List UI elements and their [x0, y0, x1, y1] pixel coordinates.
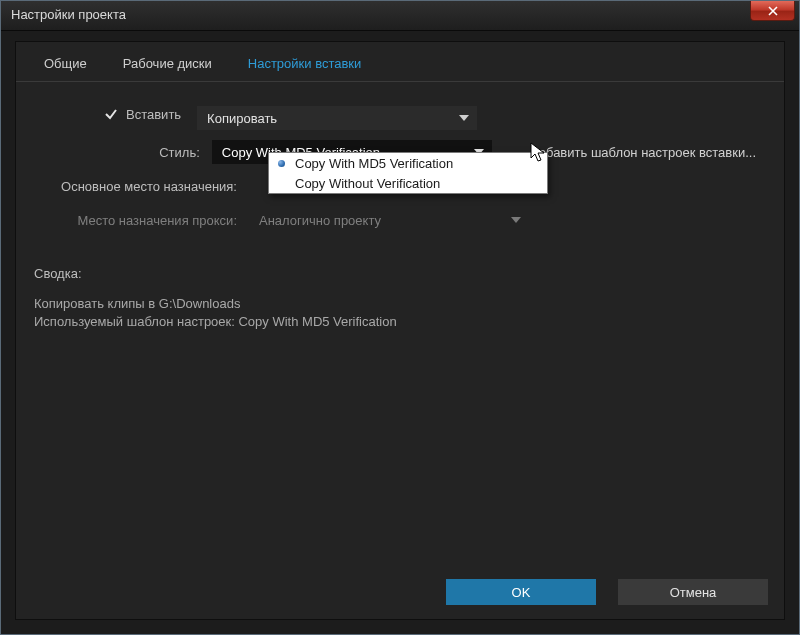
- tab-ingest-settings[interactable]: Настройки вставки: [230, 50, 380, 81]
- ingest-checkbox-label: Вставить: [126, 107, 181, 122]
- chevron-down-icon: [459, 115, 469, 121]
- ingest-mode-dropdown[interactable]: Копировать: [197, 106, 477, 130]
- row-proxy-destination: Место назначения прокси: Аналогично прое…: [44, 208, 756, 232]
- style-dropdown-list: Copy With MD5 Verification Copy Without …: [268, 152, 548, 194]
- tabbar: Общие Рабочие диски Настройки вставки: [16, 42, 784, 82]
- project-settings-dialog: Настройки проекта Общие Рабочие диски На…: [0, 0, 800, 635]
- close-icon: [768, 6, 778, 16]
- window-title: Настройки проекта: [11, 7, 126, 22]
- ok-button[interactable]: OK: [446, 579, 596, 605]
- summary-line-2: Используемый шаблон настроек: Copy With …: [34, 313, 756, 331]
- style-option-noverify[interactable]: Copy Without Verification: [269, 173, 547, 193]
- checkmark-icon: [104, 107, 118, 121]
- style-option-label: Copy Without Verification: [295, 176, 440, 191]
- summary-line-1: Копировать клипы в G:\Downloads: [34, 295, 756, 313]
- chevron-down-icon: [511, 217, 521, 223]
- ingest-mode-value: Копировать: [207, 111, 277, 126]
- tab-general[interactable]: Общие: [26, 50, 105, 81]
- style-option-label: Copy With MD5 Verification: [295, 156, 453, 171]
- proxy-dest-label: Место назначения прокси:: [44, 213, 249, 228]
- close-button[interactable]: [750, 1, 795, 21]
- proxy-dest-dropdown[interactable]: Аналогично проекту: [249, 208, 529, 232]
- titlebar: Настройки проекта: [1, 1, 799, 31]
- client-area: Общие Рабочие диски Настройки вставки Вс…: [15, 41, 785, 620]
- proxy-dest-value: Аналогично проекту: [259, 213, 381, 228]
- radio-selected-icon: [273, 160, 289, 167]
- tab-scratch-disks[interactable]: Рабочие диски: [105, 50, 230, 81]
- style-option-md5[interactable]: Copy With MD5 Verification: [269, 153, 547, 173]
- add-preset-link[interactable]: Добавить шаблон настроек вставки...: [530, 145, 756, 160]
- row-ingest-enable: Вставить Копировать: [44, 106, 756, 130]
- dialog-footer: OK Отмена: [446, 579, 768, 605]
- cancel-button[interactable]: Отмена: [618, 579, 768, 605]
- summary-title: Сводка:: [34, 266, 756, 281]
- style-label: Стиль:: [44, 145, 212, 160]
- summary-block: Сводка: Копировать клипы в G:\Downloads …: [16, 242, 784, 330]
- primary-dest-label: Основное место назначения:: [44, 179, 249, 194]
- ingest-checkbox[interactable]: Вставить: [104, 107, 181, 122]
